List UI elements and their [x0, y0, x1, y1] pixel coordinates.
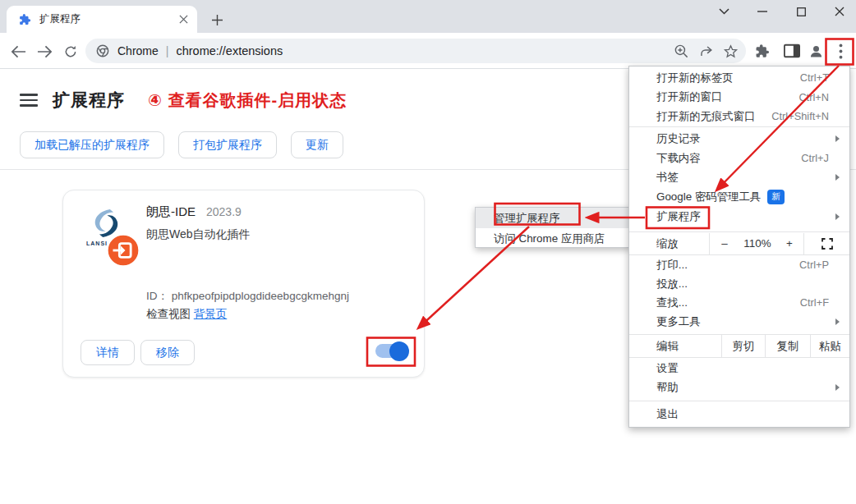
zoom-in-icon[interactable]: [669, 39, 693, 62]
zoom-out-button[interactable]: –: [710, 233, 739, 254]
toggle-knob: [389, 341, 409, 361]
edit-label: 编辑: [629, 335, 721, 357]
extension-name: 朗思-IDE: [146, 204, 196, 218]
extension-card: LANSI 朗思-IDE2023.9 朗思Web自动化插件 ID： phfkpe…: [62, 190, 425, 378]
tab-search-chevron-icon[interactable]: [710, 2, 738, 21]
bookmark-star-icon[interactable]: [718, 39, 743, 62]
hamburger-menu-icon[interactable]: [20, 94, 38, 107]
menu-item-find[interactable]: 查找... Ctrl+F: [629, 293, 849, 312]
extension-version: 2023.9: [206, 205, 242, 218]
menu-edit-row: 编辑 剪切 复制 粘贴: [629, 335, 849, 357]
tab-extensions[interactable]: 扩展程序: [7, 6, 197, 33]
extensions-favicon-icon: [18, 13, 31, 26]
submenu-arrow-icon: [835, 318, 840, 325]
site-label: Chrome: [117, 44, 159, 57]
annotation-text: ④ 查看谷歌插件-启用状态: [148, 89, 347, 112]
lansi-logo-text: LANSI: [86, 241, 108, 246]
extensions-submenu: 管理扩展程序 访问 Chrome 应用商店: [475, 207, 631, 248]
lansi-enter-badge-icon: [107, 234, 140, 270]
minimize-button[interactable]: [748, 2, 776, 21]
menu-item-downloads[interactable]: 下载内容 Ctrl+J: [629, 149, 849, 168]
submenu-arrow-icon: [835, 384, 840, 391]
close-window-button[interactable]: [826, 2, 854, 21]
details-button[interactable]: 详情: [81, 340, 135, 365]
forward-icon[interactable]: [35, 42, 54, 62]
new-tab-button[interactable]: [207, 10, 227, 30]
browser-window: 扩展程序: [0, 0, 856, 504]
menu-item-help[interactable]: 帮助: [629, 378, 849, 398]
menu-item-cast[interactable]: 投放...: [629, 274, 849, 293]
zoom-value: 110%: [739, 233, 775, 254]
menu-item-manage-extensions[interactable]: 管理扩展程序: [476, 208, 630, 228]
extension-enabled-toggle[interactable]: [375, 344, 406, 358]
extension-id: ID： phfkpeofpipdplogdideebgcgkmehgnj: [146, 289, 349, 304]
maximize-button[interactable]: [787, 2, 815, 21]
extension-logo: LANSI: [85, 208, 143, 267]
back-icon[interactable]: [8, 42, 28, 62]
window-controls: [710, 2, 854, 21]
side-panel-icon[interactable]: [782, 41, 802, 61]
zoom-label: 缩放: [629, 233, 709, 254]
menu-item-new-window[interactable]: 打开新的窗口 Ctrl+N: [629, 88, 849, 108]
menu-item-history[interactable]: 历史记录: [629, 129, 849, 149]
address-bar[interactable]: Chrome | chrome://extensions: [85, 39, 746, 63]
new-badge: 新: [767, 190, 785, 204]
submenu-arrow-icon: [835, 213, 840, 220]
submenu-arrow-icon: [835, 174, 840, 181]
zoom-in-button[interactable]: +: [775, 233, 803, 254]
remove-button[interactable]: 移除: [140, 340, 195, 365]
menu-item-more-tools[interactable]: 更多工具: [629, 312, 849, 331]
inspect-views-label: 检查视图: [146, 308, 191, 320]
menu-separator: [629, 357, 849, 358]
kebab-menu-icon[interactable]: [831, 41, 850, 61]
submenu-arrow-icon: [835, 135, 840, 142]
page-title: 扩展程序: [53, 89, 125, 112]
tab-close-icon[interactable]: [176, 12, 191, 27]
pack-extension-button[interactable]: 打包扩展程序: [178, 131, 277, 158]
fullscreen-icon: [821, 238, 833, 250]
load-unpacked-button[interactable]: 加载已解压的扩展程序: [20, 131, 164, 158]
menu-item-extensions[interactable]: 扩展程序: [629, 207, 849, 227]
menu-item-new-incognito[interactable]: 打开新的无痕式窗口 Ctrl+Shift+N: [629, 107, 849, 126]
share-icon[interactable]: [693, 39, 718, 62]
copy-button[interactable]: 复制: [766, 335, 810, 357]
tab-title: 扩展程序: [39, 12, 176, 26]
menu-zoom-row: 缩放 – 110% +: [629, 233, 849, 254]
tab-strip: 扩展程序: [0, 0, 856, 33]
cut-button[interactable]: 剪切: [722, 335, 765, 357]
menu-item-bookmarks[interactable]: 书签: [629, 167, 849, 187]
background-page-link[interactable]: 背景页: [194, 308, 228, 320]
toolbar: Chrome | chrome://extensions: [0, 33, 856, 69]
url-divider: |: [166, 44, 169, 57]
menu-separator: [629, 126, 849, 127]
fullscreen-button[interactable]: [804, 233, 849, 254]
paste-button[interactable]: 粘贴: [811, 335, 849, 357]
update-button[interactable]: 更新: [291, 131, 343, 158]
menu-item-new-tab[interactable]: 打开新的标签页 Ctrl+T: [629, 68, 849, 88]
reload-icon[interactable]: [61, 42, 81, 62]
chrome-logo-icon: [96, 44, 109, 57]
app-menu: 打开新的标签页 Ctrl+T 打开新的窗口 Ctrl+N 打开新的无痕式窗口 C…: [628, 66, 850, 428]
menu-item-password-manager[interactable]: Google 密码管理工具 新: [629, 187, 849, 207]
extensions-puzzle-icon[interactable]: [752, 41, 771, 61]
menu-item-exit[interactable]: 退出: [629, 405, 849, 424]
menu-separator: [629, 401, 849, 401]
url-text: chrome://extensions: [176, 44, 283, 57]
menu-item-print[interactable]: 打印... Ctrl+P: [629, 255, 849, 274]
menu-item-settings[interactable]: 设置: [629, 359, 849, 378]
extension-description: 朗思Web自动化插件: [146, 227, 251, 242]
profile-avatar[interactable]: [806, 41, 826, 61]
menu-item-chrome-web-store[interactable]: 访问 Chrome 应用商店: [476, 228, 630, 249]
